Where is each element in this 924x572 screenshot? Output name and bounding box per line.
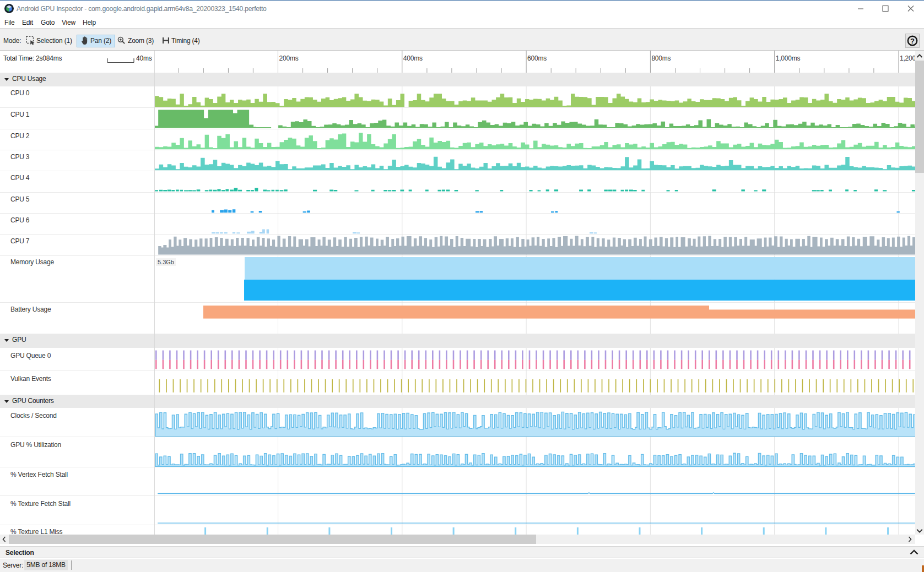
svg-text:?: ? (910, 37, 915, 45)
